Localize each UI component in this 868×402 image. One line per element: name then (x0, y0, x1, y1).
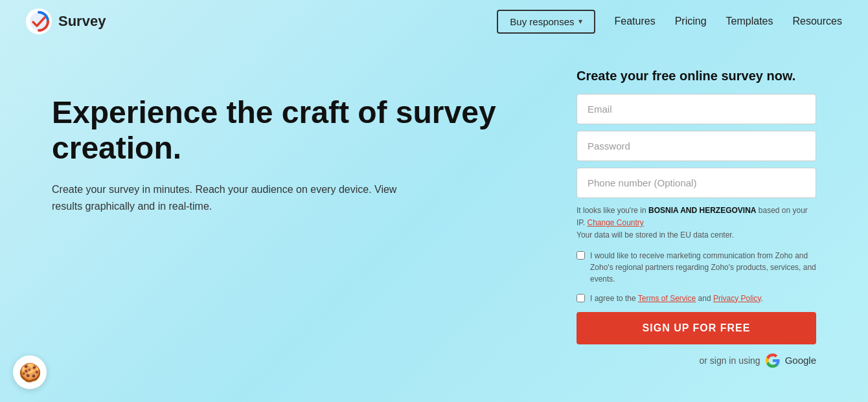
brand-area: Survey (26, 8, 106, 34)
email-field[interactable] (577, 94, 816, 124)
google-icon (766, 353, 780, 368)
signup-button[interactable]: SIGN UP FOR FREE (577, 312, 816, 344)
marketing-consent-text: I would like to receive marketing commun… (590, 250, 816, 285)
brand-name: Survey (58, 13, 106, 30)
hero-subtitle: Create your survey in minutes. Reach you… (52, 181, 415, 214)
tos-and: and (696, 294, 713, 303)
form-title: Create your free online survey now. (577, 69, 816, 84)
nav-pricing[interactable]: Pricing (675, 16, 707, 27)
location-text-before: It looks like you're in (577, 206, 648, 215)
header-nav: Buy responses ▾ Features Pricing Templat… (497, 10, 842, 34)
nav-features[interactable]: Features (615, 16, 656, 27)
tos-link[interactable]: Terms of Service (638, 294, 696, 303)
tos-checkbox[interactable] (577, 294, 585, 302)
change-country-link[interactable]: Change Country (587, 218, 643, 227)
phone-field[interactable] (577, 168, 816, 198)
sign-in-using-text: or sign in using (699, 355, 760, 366)
cookie-widget[interactable]: 🍪 (13, 355, 47, 389)
marketing-consent-row: I would like to receive marketing commun… (577, 250, 816, 285)
tos-text-before: I agree to the (590, 294, 638, 303)
tos-text: I agree to the Terms of Service and Priv… (590, 293, 763, 304)
google-label[interactable]: Google (785, 355, 816, 366)
buy-responses-label: Buy responses (510, 16, 574, 27)
sign-in-row: or sign in using Google (577, 353, 816, 368)
logo-icon (26, 8, 52, 34)
hero-section: Experience the craft of survey creation.… (52, 69, 538, 215)
location-notice: It looks like you're in BOSNIA AND HERZE… (577, 205, 816, 242)
privacy-link[interactable]: Privacy Policy (713, 294, 761, 303)
signup-form: Create your free online survey now. It l… (577, 69, 816, 368)
data-storage-notice: Your data will be stored in the EU data … (577, 230, 734, 240)
nav-resources[interactable]: Resources (793, 16, 842, 27)
tos-period: . (761, 294, 763, 303)
main-content: Experience the craft of survey creation.… (0, 43, 868, 394)
password-field[interactable] (577, 131, 816, 161)
marketing-consent-checkbox[interactable] (577, 251, 585, 260)
hero-title: Experience the craft of survey creation. (52, 95, 505, 166)
buy-responses-button[interactable]: Buy responses ▾ (497, 10, 595, 34)
nav-templates[interactable]: Templates (726, 16, 773, 27)
header: Survey Buy responses ▾ Features Pricing … (0, 0, 868, 43)
chevron-down-icon: ▾ (578, 17, 582, 26)
tos-row: I agree to the Terms of Service and Priv… (577, 293, 816, 304)
location-country: BOSNIA AND HERZEGOVINA (648, 206, 756, 215)
